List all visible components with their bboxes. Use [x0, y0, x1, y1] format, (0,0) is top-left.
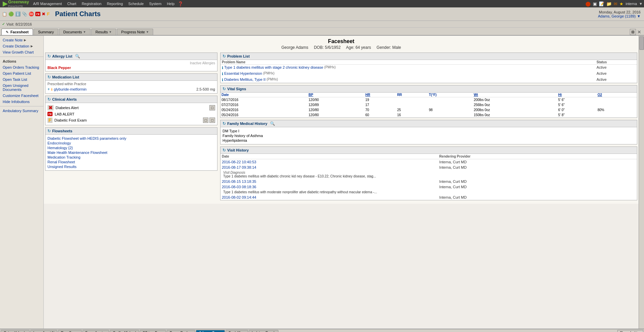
sidebar-customize-facesheet[interactable]: Customize Facesheet: [0, 93, 43, 99]
toolbar-icon-4[interactable]: 📁: [606, 1, 612, 6]
plugin-icon-info[interactable]: ℹ️: [15, 11, 21, 16]
prob-name-0[interactable]: ℹ Type 1 diabetes mellitus with stage 2 …: [222, 65, 594, 70]
vh-col-date: Date: [221, 154, 438, 159]
menu-schedule[interactable]: Schedule: [126, 1, 146, 6]
flowsheet-item-1[interactable]: Endocrinology: [47, 141, 215, 145]
menu-chart[interactable]: Chart: [65, 1, 79, 6]
toolbar-icon-5[interactable]: ✉: [614, 1, 617, 6]
vital-bp-1: 120/89: [308, 102, 365, 107]
bottom-tab-2[interactable]: Tice, Susan: [58, 330, 81, 332]
tab-progress-note[interactable]: Progress Note ▼: [117, 29, 153, 35]
tab-results[interactable]: Results ▼: [91, 29, 116, 35]
prob-name-1[interactable]: ℹ Essential Hypertension (PMHx): [222, 71, 594, 76]
alert-btn2b[interactable]: □: [209, 118, 215, 123]
vh-date-2[interactable]: 2016-08-15 13:18:35: [221, 179, 438, 184]
create-dictation-arrow: ▶: [31, 44, 33, 48]
logo-sub: PrimeSUITE: [8, 5, 29, 8]
toolbar-icon-1[interactable]: ⬤: [585, 1, 591, 6]
vh-diag-label-1: Visit Diagnosis: [223, 171, 636, 174]
toolbar-icon-6[interactable]: ★: [619, 1, 623, 6]
tab-options-icon[interactable]: ⊞: [630, 29, 636, 35]
bottom-tab-3[interactable]: Fong, Jessica: [82, 330, 109, 332]
tab-facesheet[interactable]: ✎ Facesheet: [1, 29, 33, 35]
toolbar-icon-2[interactable]: ▣: [593, 1, 597, 6]
show-desktop-button[interactable]: Show desktop: [617, 330, 643, 332]
plugin-icon-1[interactable]: 📋: [2, 12, 7, 16]
vh-date-0[interactable]: 2016-08-22 10:40:53: [221, 159, 438, 165]
problem-list-title: Problem List: [227, 54, 250, 58]
plugin-icon-x2[interactable]: ✖: [42, 11, 45, 16]
fmh-search-icon[interactable]: 🔍: [270, 121, 275, 126]
vh-provider-0: Interna, Curt MD: [438, 159, 637, 165]
plugin-icon-f[interactable]: F: [47, 11, 49, 16]
sidebar-open-task-list[interactable]: Open Task List: [0, 76, 43, 82]
menu-registration[interactable]: Registration: [79, 1, 104, 6]
plugin-icon-green[interactable]: 🟢: [8, 11, 14, 16]
flowsheet-item-6[interactable]: Unsigned Results: [47, 164, 215, 169]
bottom-tab-4[interactable]: Orville, Michael: [110, 330, 139, 332]
sidebar-view-growth-chart[interactable]: View Growth Chart: [0, 49, 43, 55]
menu-help[interactable]: Help: [164, 1, 177, 6]
menu-reporting[interactable]: Reporting: [104, 1, 126, 6]
sidebar-open-unsigned-docs[interactable]: Open Unsigned Documents: [0, 82, 43, 93]
facesheet-header: Facesheet George Adams DOB: 5/6/1952 Age…: [44, 36, 639, 51]
vital-col-bp[interactable]: BP: [309, 93, 313, 97]
med-add-icon[interactable]: +: [47, 87, 50, 92]
bottom-tab-7[interactable]: Adams, Georg: [196, 330, 225, 332]
sidebar-ambulatory-summary[interactable]: Ambulatory Summary: [0, 108, 43, 114]
vital-row-3: 05/24/2016 120/80 60 16 150lbs 0oz 5' 8": [221, 112, 637, 118]
vh-date-3[interactable]: 2016-08-03 08:18:36: [221, 184, 438, 190]
flowsheet-item-3[interactable]: Male Health Maintenance Flowsheet: [47, 150, 215, 155]
progress-note-arrow[interactable]: ▼: [146, 30, 149, 34]
clinical-alerts-section: ↻ Clinical Alerts ✖ Diabetes Alert □ rx: [45, 96, 217, 125]
menu-system[interactable]: System: [146, 1, 164, 6]
alert-btn-0[interactable]: □: [209, 106, 215, 110]
allergy-search-icon[interactable]: 🔍: [75, 54, 80, 59]
bottom-tab-0[interactable]: Oates, Yolanda: [1, 330, 30, 332]
alert-btn2a[interactable]: □: [203, 118, 209, 123]
results-arrow[interactable]: ▼: [109, 30, 112, 34]
bottom-tab-1[interactable]: Inger, Janet N: [30, 330, 57, 332]
tab-summary[interactable]: Summary: [34, 29, 58, 35]
sidebar-open-orders[interactable]: Open Orders Tracking: [0, 64, 43, 70]
patient-dropdown-arrow[interactable]: ▼: [637, 14, 641, 18]
bottom-tab-5[interactable]: OBrien, Dana: [140, 330, 166, 332]
flowsheet-item-5[interactable]: Renal Flowsheet: [47, 160, 215, 164]
med-name-0[interactable]: glyburide-metformin: [54, 87, 87, 91]
sidebar-open-patient-list[interactable]: Open Patient List: [0, 70, 43, 76]
prob-name-2[interactable]: ℹ Diabetes Mellitus, Type II (PMHx): [222, 77, 594, 82]
plugin-icon-paperclip[interactable]: 📎: [22, 11, 27, 16]
vital-col-hr[interactable]: HR: [365, 93, 370, 97]
scrollbar-thumb[interactable]: [639, 36, 644, 50]
menu-ar-management[interactable]: A/R Management: [30, 1, 65, 6]
vital-col-ht[interactable]: Ht: [558, 93, 562, 97]
tab-documents[interactable]: Documents ▼: [59, 29, 91, 35]
sidebar-divider-1: [0, 57, 43, 57]
scrollbar[interactable]: [639, 36, 644, 329]
documents-arrow[interactable]: ▼: [83, 30, 86, 34]
vital-ht-2: 6' 0": [557, 107, 597, 112]
dropdown-arrow[interactable]: ▼: [639, 2, 643, 6]
sidebar-create-note[interactable]: Create Note ▶: [0, 37, 43, 43]
help-circle-icon[interactable]: ❓: [178, 1, 183, 6]
vh-date-4[interactable]: 2016-08-02 09:14:44: [221, 195, 438, 200]
sidebar-create-dictation[interactable]: Create Dictation ▶: [0, 43, 43, 49]
med-info-icon[interactable]: ℹ: [51, 88, 53, 91]
flowsheet-item-4[interactable]: Medication Tracking: [47, 155, 215, 160]
vital-wt-2: 200lbs 0oz: [473, 107, 557, 112]
bottom-tab-9[interactable]: Ingleton, Ronak: [249, 330, 278, 332]
flowsheet-item-0[interactable]: Diabetic Flowsheet with HEDIS parameters…: [47, 136, 215, 141]
create-note-arrow: ▶: [24, 38, 26, 42]
bottom-tab-6[interactable]: Perez, Reuben: [167, 330, 195, 332]
bottom-tab-8[interactable]: Ford, Mary: [226, 330, 248, 332]
header-patient[interactable]: Adams, George (1189) ▼: [598, 14, 641, 18]
vital-col-o2[interactable]: O2: [598, 93, 602, 97]
sidebar-hide-infobuttons[interactable]: Hide Infobuttons: [0, 99, 43, 105]
plugin-icon-stop[interactable]: ⛔: [29, 11, 34, 16]
toolbar-icon-3[interactable]: 📝: [599, 1, 604, 6]
vh-date-1[interactable]: 2016-08-17 09:38:14: [221, 165, 438, 170]
plugin-icon-rx[interactable]: rx: [35, 12, 40, 16]
vital-col-wt[interactable]: Wt: [474, 93, 478, 97]
flowsheet-item-2[interactable]: Hematology {2}: [47, 145, 215, 150]
tab-close-button[interactable]: ✕: [637, 29, 641, 35]
